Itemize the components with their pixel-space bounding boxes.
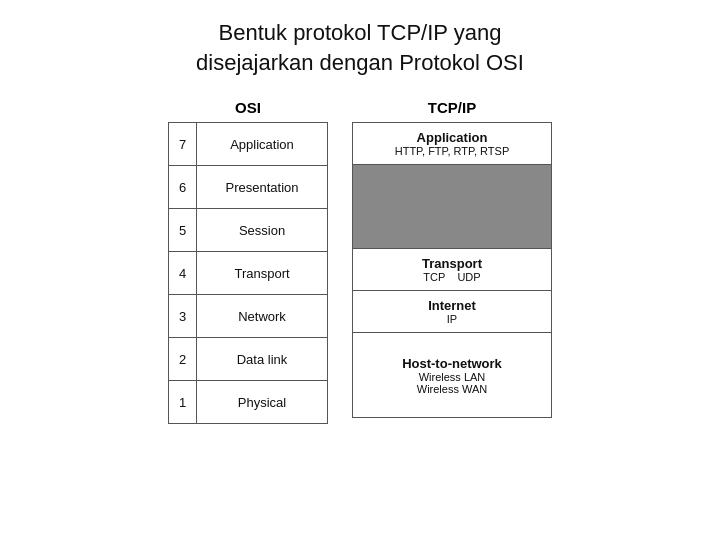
osi-num-5: 5 [169,209,197,251]
tcpip-hostnet-title: Host-to-network [402,356,502,371]
osi-table: 7 Application 6 Presentation 5 Session 4… [168,122,328,424]
tcpip-hostnet-sub1: Wireless LAN [419,371,486,383]
osi-row-5: 5 Session [169,209,327,252]
osi-num-7: 7 [169,123,197,165]
tcpip-row-gray [353,165,551,249]
osi-label-network: Network [197,295,327,337]
tcpip-section: TCP/IP Application HTTP, FTP, RTP, RTSP … [352,99,552,418]
osi-row-1: 1 Physical [169,381,327,423]
tcpip-row-application: Application HTTP, FTP, RTP, RTSP [353,123,551,165]
osi-section: OSI 7 Application 6 Presentation 5 Sessi… [168,99,328,424]
osi-num-4: 4 [169,252,197,294]
osi-num-2: 2 [169,338,197,380]
tcpip-header: TCP/IP [428,99,476,116]
osi-num-3: 3 [169,295,197,337]
osi-label-transport: Transport [197,252,327,294]
tcpip-table: Application HTTP, FTP, RTP, RTSP Transpo… [352,122,552,418]
osi-num-6: 6 [169,166,197,208]
osi-num-1: 1 [169,381,197,423]
tcpip-internet-title: Internet [428,298,476,313]
tcpip-application-title: Application [417,130,488,145]
tcpip-hostnet-sub2: Wireless WAN [417,383,487,395]
tcpip-application-sub: HTTP, FTP, RTP, RTSP [395,145,510,157]
osi-row-2: 2 Data link [169,338,327,381]
tcpip-row-transport: Transport TCP UDP [353,249,551,291]
osi-label-physical: Physical [197,381,327,423]
tcpip-row-hostnet: Host-to-network Wireless LAN Wireless WA… [353,333,551,417]
osi-header: OSI [235,99,261,116]
page-title: Bentuk protokol TCP/IP yang disejajarkan… [196,18,524,77]
osi-label-application: Application [197,123,327,165]
tcpip-row-internet: Internet IP [353,291,551,333]
tcpip-internet-sub: IP [447,313,457,325]
osi-row-7: 7 Application [169,123,327,166]
diagram: OSI 7 Application 6 Presentation 5 Sessi… [168,99,552,424]
osi-label-session: Session [197,209,327,251]
tcpip-transport-sub: TCP UDP [423,271,480,283]
osi-row-3: 3 Network [169,295,327,338]
tcpip-transport-title: Transport [422,256,482,271]
osi-row-4: 4 Transport [169,252,327,295]
osi-row-6: 6 Presentation [169,166,327,209]
osi-label-datalink: Data link [197,338,327,380]
osi-label-presentation: Presentation [197,166,327,208]
